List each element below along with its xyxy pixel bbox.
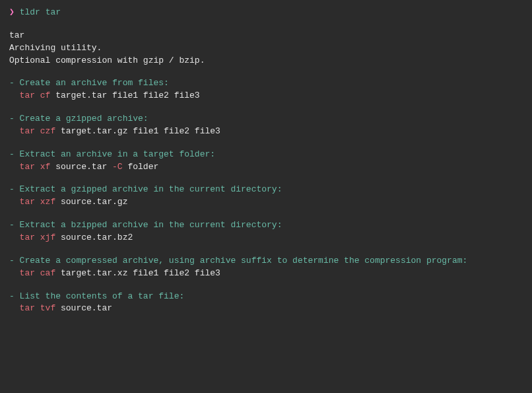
example-args: source.tar: [61, 303, 112, 313]
example-item: - Extract a bzipped archive in the curre…: [9, 219, 523, 244]
prompt-command: tldr tar: [20, 7, 61, 17]
bullet: -: [9, 184, 20, 194]
example-description-line: - Extract an archive in a target folder:: [9, 149, 523, 161]
bullet: -: [9, 256, 20, 266]
example-description: Extract a bzipped archive in the current…: [20, 220, 283, 230]
example-description: Extract an archive in a target folder:: [20, 149, 215, 159]
example-command-line: tar czf target.tar.gz file1 file2 file3: [9, 125, 523, 138]
example-args: source.tar: [55, 162, 112, 172]
example-description-line: - Extract a gzipped archive in the curre…: [9, 184, 523, 196]
header-desc-1: Archiving utility.: [9, 42, 523, 55]
prompt-line[interactable]: ❯ tldr tar: [9, 7, 523, 19]
prompt-symbol: ❯: [9, 7, 15, 17]
example-command: tar xjf: [20, 232, 56, 242]
example-args: target.tar.gz file1 file2 file3: [61, 126, 220, 136]
example-description: Extract a gzipped archive in the current…: [20, 184, 283, 194]
example-command-line: tar xjf source.tar.bz2: [9, 232, 523, 244]
example-description: List the contents of a tar file:: [20, 291, 185, 301]
example-description-line: - Create a compressed archive, using arc…: [9, 255, 523, 268]
example-item: - Create a compressed archive, using arc…: [9, 255, 523, 280]
example-description-line: - Extract a bzipped archive in the curre…: [9, 219, 523, 232]
example-item: - Extract an archive in a target folder:…: [9, 149, 523, 174]
example-description-line: - List the contents of a tar file:: [9, 291, 523, 303]
example-command: tar xzf: [20, 197, 56, 207]
bullet: -: [9, 78, 20, 88]
examples-list: - Create an archive from files:tar cf ta…: [9, 77, 523, 315]
example-description: Create a compressed archive, using archi…: [20, 256, 468, 266]
example-command: tar tvf: [20, 303, 56, 313]
example-item: - Extract a gzipped archive in the curre…: [9, 184, 523, 209]
example-item: - List the contents of a tar file:tar tv…: [9, 291, 523, 316]
example-item: - Create a gzipped archive:tar czf targe…: [9, 113, 523, 138]
bullet: -: [9, 149, 20, 159]
example-command-line: tar cf target.tar file1 file2 file3: [9, 90, 523, 102]
bullet: -: [9, 114, 20, 124]
example-item: - Create an archive from files:tar cf ta…: [9, 77, 523, 102]
example-description-line: - Create an archive from files:: [9, 77, 523, 90]
example-description: Create a gzipped archive:: [20, 114, 149, 124]
example-command: tar xf: [20, 162, 51, 172]
example-args: target.tar file1 file2 file3: [55, 90, 199, 100]
example-description: Create an archive from files:: [20, 78, 169, 88]
tldr-header: tar Archiving utility. Optional compress…: [9, 30, 523, 67]
example-command-line: tar xf source.tar -C folder: [9, 161, 523, 174]
example-command-line: tar tvf source.tar: [9, 303, 523, 315]
header-desc-2: Optional compression with gzip / bzip.: [9, 55, 523, 67]
bullet: -: [9, 291, 20, 301]
bullet: -: [9, 220, 20, 230]
example-command: tar cf: [20, 90, 51, 100]
example-args: source.tar.gz: [61, 197, 127, 207]
page-title: tar: [9, 30, 523, 42]
example-command: tar czf: [20, 126, 56, 136]
example-description-line: - Create a gzipped archive:: [9, 113, 523, 125]
example-flag: -C: [112, 162, 123, 172]
example-command-line: tar caf target.tar.xz file1 file2 file3: [9, 268, 523, 280]
example-args: target.tar.xz file1 file2 file3: [61, 268, 220, 278]
example-command: tar caf: [20, 268, 56, 278]
example-args: source.tar.bz2: [61, 232, 133, 242]
example-args-after: folder: [123, 162, 159, 172]
example-command-line: tar xzf source.tar.gz: [9, 196, 523, 209]
